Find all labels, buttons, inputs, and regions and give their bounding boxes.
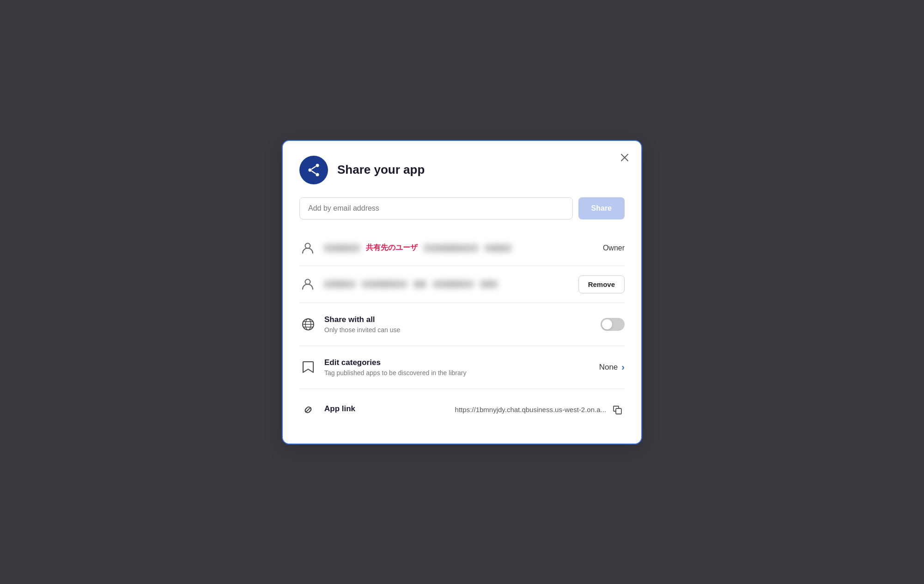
categories-right: None › xyxy=(599,362,625,372)
user-info-2 xyxy=(323,280,571,288)
svg-point-8 xyxy=(305,280,310,285)
blurred-email-1c xyxy=(484,244,512,252)
backdrop: Share your app Share 共有先のユーザ xyxy=(0,0,924,584)
toggle-thumb xyxy=(602,319,612,329)
toggle-container[interactable] xyxy=(601,318,625,331)
share-modal: Share your app Share 共有先のユーザ xyxy=(282,140,642,444)
divider-1 xyxy=(299,266,625,266)
app-link-url: https://1bmnyjdy.chat.qbusiness.us-west-… xyxy=(455,406,606,414)
user-row-1: 共有先のユーザ Owner xyxy=(299,232,625,264)
svg-line-5 xyxy=(312,166,316,169)
blurred-email-2a xyxy=(323,280,356,288)
user-row-2: Remove xyxy=(299,268,625,301)
share-with-all-title: Share with all xyxy=(324,315,593,324)
modal-title: Share your app xyxy=(337,163,425,177)
divider-2 xyxy=(299,303,625,303)
blurred-email-2e xyxy=(480,280,498,288)
share-with-all-content: Share with all Only those invited can us… xyxy=(324,315,593,334)
blurred-email-2b xyxy=(361,280,407,288)
app-link-row: App link https://1bmnyjdy.chat.qbusiness… xyxy=(299,391,625,429)
owner-label: Owner xyxy=(603,244,625,252)
svg-point-7 xyxy=(305,243,310,248)
share-button[interactable]: Share xyxy=(578,197,625,219)
close-button[interactable] xyxy=(617,150,632,165)
svg-point-2 xyxy=(316,164,319,167)
share-icon-circle xyxy=(299,156,328,184)
edit-categories-row[interactable]: Edit categories Tag published apps to be… xyxy=(299,348,625,387)
categories-value: None xyxy=(599,363,618,372)
share-with-all-subtitle: Only those invited can use xyxy=(324,326,593,334)
divider-3 xyxy=(299,346,625,346)
share-icon xyxy=(306,163,321,177)
share-all-toggle[interactable] xyxy=(601,318,625,331)
edit-categories-content: Edit categories Tag published apps to be… xyxy=(324,358,592,377)
app-link-title: App link xyxy=(324,404,448,414)
app-link-right: https://1bmnyjdy.chat.qbusiness.us-west-… xyxy=(455,402,625,417)
toggle-track xyxy=(601,318,625,331)
blurred-email-2d xyxy=(432,280,474,288)
email-input[interactable] xyxy=(299,197,573,219)
svg-point-4 xyxy=(316,173,319,176)
remove-button[interactable]: Remove xyxy=(578,275,625,293)
user-label-jp: 共有先のユーザ xyxy=(366,243,418,253)
user-icon-2 xyxy=(299,276,316,292)
blurred-email-1a xyxy=(323,244,360,252)
blurred-email-2c xyxy=(413,280,427,288)
copy-icon[interactable] xyxy=(610,402,625,417)
globe-icon xyxy=(299,316,317,333)
share-with-all-row: Share with all Only those invited can us… xyxy=(299,305,625,344)
modal-header: Share your app xyxy=(299,156,625,184)
app-link-label: App link xyxy=(324,404,448,415)
bookmark-icon xyxy=(299,359,317,376)
link-icon xyxy=(299,401,317,419)
user-info-1: 共有先のユーザ xyxy=(323,243,596,253)
svg-line-6 xyxy=(312,171,316,174)
user-icon-1 xyxy=(299,240,316,256)
svg-rect-14 xyxy=(616,408,621,414)
edit-categories-subtitle: Tag published apps to be discovered in t… xyxy=(324,369,592,377)
edit-categories-title: Edit categories xyxy=(324,358,592,367)
blurred-email-1b xyxy=(423,244,479,252)
divider-4 xyxy=(299,389,625,389)
svg-point-3 xyxy=(309,168,312,171)
email-row: Share xyxy=(299,197,625,219)
chevron-right-icon: › xyxy=(621,362,625,372)
